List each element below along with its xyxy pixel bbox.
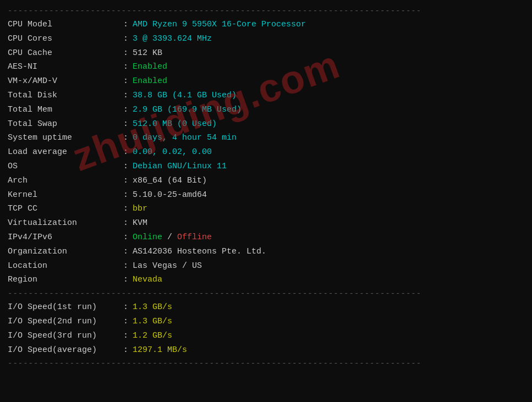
value-ipv4-status: Online xyxy=(133,230,162,245)
row-region: Region : Nevada xyxy=(8,273,524,287)
value-io-avg: 1297.1 MB/s xyxy=(133,343,187,357)
value-load-average: 0.00, 0.02, 0.00 xyxy=(133,145,212,159)
row-total-mem: Total Mem : 2.9 GB (169.9 MB Used) xyxy=(8,103,524,117)
label-cpu-cache: CPU Cache xyxy=(8,46,123,60)
value-cpu-cache: 512 KB xyxy=(133,46,162,60)
label-cpu-cores: CPU Cores xyxy=(8,32,123,46)
colon-os: : xyxy=(123,159,128,174)
value-kernel: 5.10.0-25-amd64 xyxy=(133,188,207,202)
colon-organization: : xyxy=(123,245,128,259)
row-total-disk: Total Disk : 38.8 GB (4.1 GB Used) xyxy=(8,89,524,103)
label-region: Region xyxy=(8,273,123,287)
row-io-3rd: I/O Speed(3rd run) : 1.2 GB/s xyxy=(8,329,524,343)
value-io-1st: 1.3 GB/s xyxy=(133,300,172,315)
value-total-disk: 38.8 GB (4.1 GB Used) xyxy=(133,89,237,103)
colon-kernel: : xyxy=(123,188,128,202)
colon-uptime: : xyxy=(123,131,128,145)
colon-virtualization: : xyxy=(123,216,128,230)
value-io-3rd: 1.2 GB/s xyxy=(133,329,172,343)
label-uptime: System uptime xyxy=(8,131,123,145)
value-vmx: Enabled xyxy=(133,74,167,89)
row-cpu-cores: CPU Cores : 3 @ 3393.624 MHz xyxy=(8,32,524,46)
value-ipv6-status: Offline xyxy=(177,230,212,245)
label-arch: Arch xyxy=(8,174,123,188)
value-io-2nd: 1.3 GB/s xyxy=(133,315,172,329)
label-tcp-cc: TCP CC xyxy=(8,202,123,216)
colon-total-disk: : xyxy=(123,89,128,103)
row-tcp-cc: TCP CC : bbr xyxy=(8,202,524,216)
row-cpu-model: CPU Model : AMD Ryzen 9 5950X 16-Core Pr… xyxy=(8,18,524,32)
label-io-avg: I/O Speed(average) xyxy=(8,343,123,357)
label-total-disk: Total Disk xyxy=(8,89,123,103)
value-virtualization: KVM xyxy=(133,216,147,230)
colon-cpu-model: : xyxy=(123,18,128,32)
label-os: OS xyxy=(8,159,123,174)
top-divider: ----------------------------------------… xyxy=(8,7,524,15)
colon-cpu-cache: : xyxy=(123,46,128,60)
value-arch: x86_64 (64 Bit) xyxy=(133,174,207,188)
colon-total-mem: : xyxy=(123,103,128,117)
label-total-mem: Total Mem xyxy=(8,103,123,117)
row-vmx: VM-x/AMD-V : Enabled xyxy=(8,74,524,89)
row-aes-ni: AES-NI : Enabled xyxy=(8,60,524,74)
row-virtualization: Virtualization : KVM xyxy=(8,216,524,230)
system-info-section: CPU Model : AMD Ryzen 9 5950X 16-Core Pr… xyxy=(8,18,524,287)
value-cpu-model: AMD Ryzen 9 5950X 16-Core Processor xyxy=(133,18,306,32)
label-vmx: VM-x/AMD-V xyxy=(8,74,123,89)
label-location: Location xyxy=(8,259,123,273)
row-io-2nd: I/O Speed(2nd run) : 1.3 GB/s xyxy=(8,315,524,329)
bottom-divider: ----------------------------------------… xyxy=(8,359,524,368)
row-cpu-cache: CPU Cache : 512 KB xyxy=(8,46,524,60)
colon-arch: : xyxy=(123,174,128,188)
value-cpu-cores: 3 @ 3393.624 MHz xyxy=(133,32,212,46)
colon-location: : xyxy=(123,259,128,273)
value-uptime: 0 days, 4 hour 54 min xyxy=(133,131,237,145)
row-io-avg: I/O Speed(average) : 1297.1 MB/s xyxy=(8,343,524,357)
colon-ipv: : xyxy=(123,230,128,245)
row-ipv: IPv4/IPv6 : Online / Offline xyxy=(8,230,524,245)
colon-vmx: : xyxy=(123,74,128,89)
label-load-average: Load average xyxy=(8,145,123,159)
label-ipv: IPv4/IPv6 xyxy=(8,230,123,245)
value-aes-ni: Enabled xyxy=(133,60,167,74)
colon-load-average: : xyxy=(123,145,128,159)
colon-io-2nd: : xyxy=(123,315,128,329)
label-io-1st: I/O Speed(1st run) xyxy=(8,300,123,315)
mid-divider: ----------------------------------------… xyxy=(8,289,524,298)
value-tcp-cc: bbr xyxy=(133,202,147,216)
colon-total-swap: : xyxy=(123,117,128,131)
ipv-slash: / xyxy=(162,230,177,245)
terminal-window: zhujiding.com --------------------------… xyxy=(0,0,532,402)
value-organization: AS142036 Hosteons Pte. Ltd. xyxy=(133,245,266,259)
label-io-3rd: I/O Speed(3rd run) xyxy=(8,329,123,343)
row-load-average: Load average : 0.00, 0.02, 0.00 xyxy=(8,145,524,159)
row-arch: Arch : x86_64 (64 Bit) xyxy=(8,174,524,188)
colon-aes-ni: : xyxy=(123,60,128,74)
colon-cpu-cores: : xyxy=(123,32,128,46)
label-kernel: Kernel xyxy=(8,188,123,202)
row-location: Location : Las Vegas / US xyxy=(8,259,524,273)
value-location: Las Vegas / US xyxy=(133,259,202,273)
value-total-mem: 2.9 GB (169.9 MB Used) xyxy=(133,103,242,117)
value-os: Debian GNU/Linux 11 xyxy=(133,159,227,174)
colon-tcp-cc: : xyxy=(123,202,128,216)
label-virtualization: Virtualization xyxy=(8,216,123,230)
label-aes-ni: AES-NI xyxy=(8,60,123,74)
colon-io-avg: : xyxy=(123,343,128,357)
label-total-swap: Total Swap xyxy=(8,117,123,131)
row-kernel: Kernel : 5.10.0-25-amd64 xyxy=(8,188,524,202)
label-organization: Organization xyxy=(8,245,123,259)
colon-io-3rd: : xyxy=(123,329,128,343)
value-region: Nevada xyxy=(133,273,162,287)
colon-io-1st: : xyxy=(123,300,128,315)
label-cpu-model: CPU Model xyxy=(8,18,123,32)
row-uptime: System uptime : 0 days, 4 hour 54 min xyxy=(8,131,524,145)
row-organization: Organization : AS142036 Hosteons Pte. Lt… xyxy=(8,245,524,259)
colon-region: : xyxy=(123,273,128,287)
row-io-1st: I/O Speed(1st run) : 1.3 GB/s xyxy=(8,300,524,315)
value-total-swap: 512.0 MB (0 Used) xyxy=(133,117,217,131)
label-io-2nd: I/O Speed(2nd run) xyxy=(8,315,123,329)
io-speed-section: I/O Speed(1st run) : 1.3 GB/s I/O Speed(… xyxy=(8,300,524,357)
row-os: OS : Debian GNU/Linux 11 xyxy=(8,159,524,174)
row-total-swap: Total Swap : 512.0 MB (0 Used) xyxy=(8,117,524,131)
